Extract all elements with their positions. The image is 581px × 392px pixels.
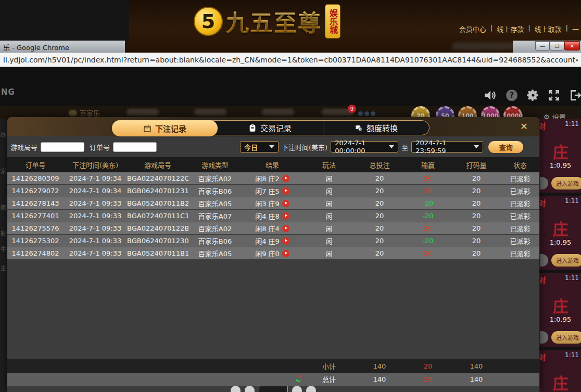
- cell-bet-time: 2024-7-1 09:33: [64, 199, 127, 207]
- bet-time-label: 下注时间(美东): [282, 142, 327, 152]
- dialog-close-icon[interactable]: ✕: [520, 122, 528, 131]
- tab-label: 额度转换: [367, 122, 398, 133]
- cell-total-bet: 20: [355, 237, 404, 245]
- order-no-input[interactable]: [113, 142, 157, 152]
- replay-icon[interactable]: [282, 225, 289, 232]
- table-row[interactable]: 14126279072 2024-7-1 09:34 BGB0624070123…: [7, 185, 539, 197]
- side-bet-panel: 对1:11庄1:0.95进入游戏对1:11庄1:0.95进入游戏对1:11庄1:…: [539, 119, 581, 392]
- cell-winloss: -20: [404, 199, 452, 207]
- table-row[interactable]: 14126275302 2024-7-1 09:33 BGB0624070123…: [7, 235, 539, 247]
- lobby-tab-blurred[interactable]: [194, 109, 226, 116]
- lobby-tab-blurred[interactable]: [127, 109, 159, 116]
- column-header: 游戏局号: [127, 160, 188, 170]
- fullscreen-icon[interactable]: [547, 88, 561, 102]
- date-to-select[interactable]: 2024-7-1 23:59:59: [411, 141, 483, 153]
- column-header: 玩法: [303, 160, 355, 170]
- page-number-input[interactable]: [259, 386, 288, 392]
- banner-nav-link[interactable]: 一: [572, 24, 579, 34]
- side-bet-card[interactable]: 对1:11庄1:0.95进入游戏: [539, 350, 581, 392]
- page-prev-button[interactable]: [245, 386, 255, 392]
- cell-turnover: 20: [452, 237, 501, 245]
- table-row[interactable]: 14126280309 2024-7-1 09:34 BGA0224070122…: [7, 172, 539, 184]
- game-round-input[interactable]: [41, 142, 84, 152]
- cell-game-type: 百家乐B06: [188, 236, 242, 246]
- filter-row: 游戏局号 订单号 今日 下注时间(美东) 2024-7-1 00:00:00 至…: [7, 136, 539, 157]
- replay-icon[interactable]: [282, 250, 289, 257]
- page-first-button[interactable]: [231, 386, 241, 392]
- date-range-select[interactable]: 今日: [240, 141, 279, 153]
- banner-nav-link[interactable]: 线上取款: [535, 24, 562, 34]
- lobby-tab-baccarat[interactable]: 百家乐: [69, 108, 100, 118]
- browser-window-title: 乐 - Google Chrome: [0, 41, 125, 53]
- page-next-button[interactable]: [292, 386, 302, 392]
- notification-badge: 9: [348, 105, 356, 113]
- dialog-header: 下注记录交易记录$额度转换 ✕: [7, 117, 539, 136]
- tab-credit-transfer[interactable]: $额度转换: [323, 121, 429, 135]
- banker-label: 庄: [540, 217, 581, 239]
- replay-icon[interactable]: [282, 237, 289, 245]
- date-from-select[interactable]: 2024-7-1 00:00:00: [331, 141, 398, 153]
- exit-icon[interactable]: [569, 88, 581, 102]
- pair-label: 对: [539, 274, 546, 285]
- window-maximize-button[interactable]: ❐: [550, 41, 564, 50]
- page-last-button[interactable]: [306, 386, 316, 392]
- browser-address-bar[interactable]: li.ydjol.com/h5V01/pc/index.html?return=…: [0, 53, 581, 67]
- cell-turnover: 20: [452, 174, 501, 182]
- banner-nav-link[interactable]: 会员中心: [459, 24, 486, 34]
- help-icon[interactable]: ?: [505, 88, 519, 102]
- secondary-button[interactable]: [539, 331, 548, 344]
- secondary-button[interactable]: [539, 177, 548, 189]
- volume-icon[interactable]: [483, 88, 497, 102]
- browser-titlebar[interactable]: 乐 - Google Chrome — ❐ ✕: [0, 41, 581, 53]
- refresh-swap-icon[interactable]: [295, 374, 303, 384]
- site-logo-text: 九五至尊: [226, 5, 322, 38]
- window-close-button[interactable]: ✕: [564, 41, 580, 50]
- result-text: 闲4 庄8: [255, 211, 280, 221]
- enter-game-button[interactable]: 进入游戏: [551, 331, 581, 344]
- result-text: 闲4 庄9: [255, 236, 280, 246]
- cell-game-round: BGB06240701231: [127, 187, 188, 195]
- banker-odds: 1:0.95: [540, 161, 581, 169]
- subtotal-winloss: 20: [404, 362, 452, 370]
- side-bet-card[interactable]: 对1:11庄1:0.95进入游戏: [539, 273, 581, 347]
- to-label: 至: [401, 142, 408, 152]
- tab-transaction-records[interactable]: 交易记录: [217, 121, 323, 135]
- dim-dot: [358, 111, 363, 116]
- side-bet-card[interactable]: 对1:11庄1:0.95进入游戏: [539, 119, 581, 193]
- settings-gear-icon[interactable]: [526, 88, 540, 102]
- search-button[interactable]: 查询: [488, 141, 523, 153]
- enter-game-button[interactable]: 进入游戏: [551, 254, 581, 267]
- column-header: 游戏类型: [188, 160, 242, 170]
- cell-bet-time: 2024-7-1 09:33: [64, 212, 127, 220]
- side-bet-card[interactable]: 对1:11庄1:0.95进入游戏: [539, 196, 581, 270]
- clipboard-icon: [248, 124, 257, 132]
- replay-icon[interactable]: [282, 187, 289, 195]
- table-row[interactable]: 14126277401 2024-7-1 09:33 BGA072407011C…: [7, 210, 539, 222]
- cell-play-type: 闲: [303, 186, 355, 196]
- cell-game-round: BGA052407011B1: [127, 249, 188, 257]
- table-row[interactable]: 14126274802 2024-7-1 09:33 BGA052407011B…: [7, 247, 539, 259]
- total-bet: 140: [355, 375, 404, 383]
- date-range-value: 今日: [244, 142, 258, 152]
- column-header: 输赢: [404, 160, 452, 170]
- cell-total-bet: 20: [355, 212, 404, 220]
- occluded-menu-fragment: 线: [1, 130, 6, 138]
- cell-result: 闲4 庄8: [242, 211, 303, 221]
- replay-icon[interactable]: [282, 212, 289, 220]
- enter-game-button[interactable]: 进入游戏: [551, 177, 581, 189]
- secondary-button[interactable]: [539, 254, 548, 267]
- replay-icon[interactable]: [282, 200, 289, 207]
- window-minimize-button[interactable]: —: [535, 41, 550, 50]
- table-row[interactable]: 14126278143 2024-7-1 09:33 BGA052407011B…: [7, 197, 539, 209]
- dialog-tabbar: 下注记录交易记录$额度转换: [112, 120, 430, 135]
- table-row[interactable]: 14126275576 2024-7-1 09:33 BGA0224070122…: [7, 222, 539, 234]
- tab-label: 下注记录: [155, 123, 186, 134]
- cell-total-bet: 20: [355, 199, 404, 207]
- banner-nav-link[interactable]: 线上存款: [497, 24, 524, 34]
- pair-odds: 1:11: [565, 274, 579, 285]
- cell-game-round: BGA0224070122B: [127, 224, 188, 232]
- lobby-tab-blurred[interactable]: [262, 109, 294, 116]
- tab-bet-records[interactable]: 下注记录: [112, 120, 218, 136]
- screen: 5 九五至尊 娱乐城 会员中心|线上存款|线上取款|一 乐 - Google C…: [0, 0, 581, 392]
- replay-icon[interactable]: [282, 175, 289, 182]
